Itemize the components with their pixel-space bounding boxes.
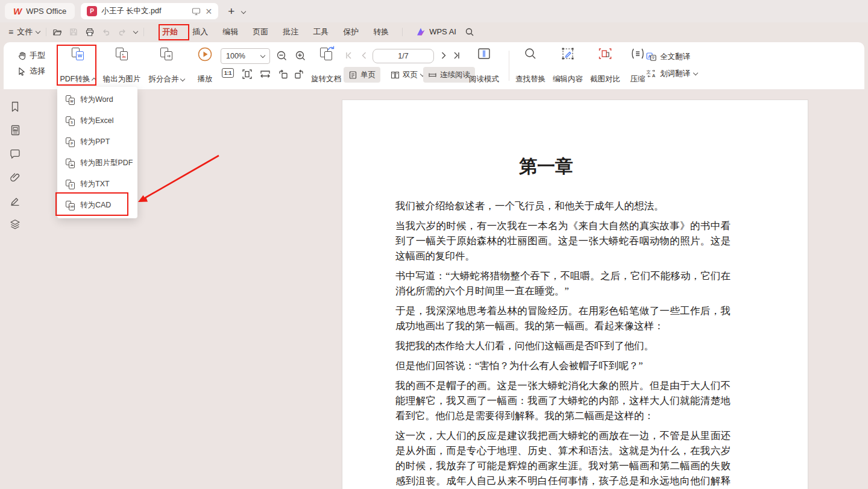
comments-panel-icon[interactable]	[8, 148, 22, 159]
convert-txt-icon: T	[65, 180, 75, 189]
play-icon	[198, 47, 212, 62]
first-page-button[interactable]	[344, 51, 353, 60]
thumbnails-panel-icon[interactable]	[8, 125, 22, 136]
convert-word-icon: W	[65, 95, 75, 105]
menu-item-convert-to-txt[interactable]: T 转为TXT	[57, 174, 137, 195]
tab-list-chevron-icon[interactable]	[242, 6, 245, 17]
wps-logo-icon: W	[13, 7, 22, 16]
attachments-panel-icon[interactable]	[8, 172, 22, 183]
open-file-icon[interactable]	[52, 27, 62, 37]
menu-item-convert-to-excel[interactable]: S 转为Excel	[57, 110, 137, 131]
single-page-button[interactable]: 单页	[344, 67, 380, 83]
actual-size-button[interactable]: 1:1	[222, 68, 234, 78]
word-translate-icon: 文A	[646, 69, 656, 78]
tab-page[interactable]: 页面	[245, 22, 275, 41]
edit-content-icon	[561, 47, 575, 60]
menu-item-convert-to-cad[interactable]: CAD 转为CAD	[57, 195, 137, 216]
paragraph: 这一次，大人们的反应是建议我把画大蟒蛇的画放在一边，不管是从里面还是从外面，而是…	[395, 428, 731, 489]
tab-tools[interactable]: 工具	[306, 22, 336, 41]
file-menu-button[interactable]: ≡ 文件	[8, 27, 40, 37]
monitor-icon[interactable]	[192, 7, 201, 16]
pdf-file-icon: P	[87, 6, 97, 16]
document-text: 我们被介绍给叙述者，一个飞行员，和他关于成年人的想法。 当我六岁的时候，有一次我…	[342, 198, 808, 489]
divider	[402, 28, 403, 36]
layers-panel-icon[interactable]	[8, 219, 22, 230]
search-icon[interactable]	[465, 27, 474, 37]
save-icon[interactable]	[69, 27, 78, 37]
cursor-icon	[17, 66, 26, 76]
app-tab-wps-office[interactable]: W WPS Office	[5, 3, 75, 19]
zoom-in-button[interactable]	[295, 50, 306, 62]
close-tab-icon[interactable]: ✕	[205, 7, 212, 16]
pdf-convert-icon: W	[71, 47, 85, 62]
zoom-level-value: 100%	[226, 52, 253, 60]
split-merge-button[interactable]: 拆分合并	[146, 47, 186, 84]
menu-item-convert-to-word[interactable]: W 转为Word	[57, 89, 137, 110]
pdf-convert-button[interactable]: W PDF转换	[58, 47, 97, 84]
svg-text:文: 文	[652, 55, 656, 60]
single-page-icon	[348, 71, 357, 80]
screenshot-compare-icon	[598, 47, 612, 60]
redo-icon[interactable]	[118, 27, 127, 37]
tab-home[interactable]: 开始	[155, 22, 185, 41]
screenshot-compare-button[interactable]: 截图对比	[587, 47, 623, 84]
select-tool-label: 选择	[30, 66, 45, 77]
double-page-icon	[391, 71, 400, 80]
document-tab[interactable]: P 小王子 长中文.pdf ✕	[81, 3, 218, 19]
find-replace-button[interactable]: 查找替换	[512, 47, 549, 84]
word-translate-button[interactable]: 文A 划词翻译	[646, 65, 697, 82]
next-page-button[interactable]	[439, 51, 448, 60]
pdf-page[interactable]: 第一章 我们被介绍给叙述者，一个飞行员，和他关于成年人的想法。 当我六岁的时候，…	[342, 99, 808, 489]
left-sidebar	[8, 101, 22, 230]
pdf-convert-dropdown: W 转为Word S 转为Excel P 转为PPT 转为图片型PDF T 转为…	[57, 87, 137, 218]
toolbar: 手型 选择 W PDF转换 输出为图片 拆分合并 播放 100% 旋转文档	[4, 42, 864, 89]
page-number-input[interactable]: 1/7	[373, 49, 434, 63]
read-mode-button[interactable]: 阅读模式	[467, 47, 502, 84]
select-tool-button[interactable]: 选择	[17, 63, 45, 79]
zoom-out-button[interactable]	[276, 50, 288, 62]
continuous-reading-icon	[428, 71, 437, 80]
tab-convert[interactable]: 转换	[366, 22, 396, 41]
export-image-button[interactable]: 输出为图片	[100, 47, 143, 84]
play-button[interactable]: 播放	[192, 47, 218, 84]
fit-width-button[interactable]	[260, 69, 271, 80]
hand-tool-button[interactable]: 手型	[17, 48, 45, 63]
paragraph: 书中写道：“大蟒蛇将猎物整个吞下，不咀嚼。之后，它们不能移动，它们在消化所需的六…	[395, 268, 731, 298]
convert-ppt-icon: P	[65, 137, 75, 147]
rotate-right-button[interactable]	[294, 69, 304, 80]
previous-page-button[interactable]	[359, 51, 369, 60]
print-icon[interactable]	[85, 27, 95, 37]
file-menu-label: 文件	[17, 27, 33, 37]
menu-item-convert-to-ppt[interactable]: P 转为PPT	[57, 131, 137, 153]
more-actions-chevron-icon[interactable]	[134, 27, 137, 36]
tab-protect[interactable]: 保护	[336, 22, 366, 41]
tab-insert[interactable]: 插入	[185, 22, 215, 41]
rotate-document-button[interactable]: 旋转文档	[309, 47, 344, 84]
convert-excel-icon: S	[65, 116, 75, 126]
convert-cad-icon: CAD	[65, 201, 75, 210]
chapter-title: 第一章	[313, 154, 779, 179]
menu-item-convert-to-image-pdf[interactable]: 转为图片型PDF	[57, 153, 137, 174]
tab-comment[interactable]: 批注	[275, 22, 306, 41]
divider	[509, 51, 509, 81]
last-page-button[interactable]	[452, 51, 462, 60]
hand-tool-label: 手型	[30, 50, 45, 61]
bookmarks-panel-icon[interactable]	[8, 101, 22, 112]
full-text-translate-button[interactable]: A文 全文翻译	[646, 48, 697, 65]
ribbon-tabs: 开始 插入 编辑 页面 批注 工具 保护 转换	[155, 22, 396, 41]
wps-ai-button[interactable]: WPS AI	[416, 27, 456, 36]
split-merge-icon	[159, 47, 174, 62]
edit-content-button[interactable]: 编辑内容	[550, 47, 586, 84]
fit-page-button[interactable]	[242, 69, 253, 80]
read-mode-icon	[477, 47, 491, 60]
rotate-left-button[interactable]	[278, 69, 289, 80]
undo-icon[interactable]	[101, 27, 111, 37]
new-tab-button[interactable]: +	[228, 5, 234, 18]
svg-text:文: 文	[646, 69, 651, 75]
zoom-level-select[interactable]: 100%	[221, 48, 270, 64]
paragraph: 但是他们回答说：“害怕？为什么有人会被帽子吓到呢？”	[395, 358, 731, 373]
signature-panel-icon[interactable]	[8, 195, 22, 206]
paragraph: 当我六岁的时候，有一次我在一本名为《来自大自然的真实故事》的书中看到了一幅关于原…	[395, 218, 731, 263]
tab-edit[interactable]: 编辑	[215, 22, 245, 41]
hand-icon	[17, 51, 26, 60]
